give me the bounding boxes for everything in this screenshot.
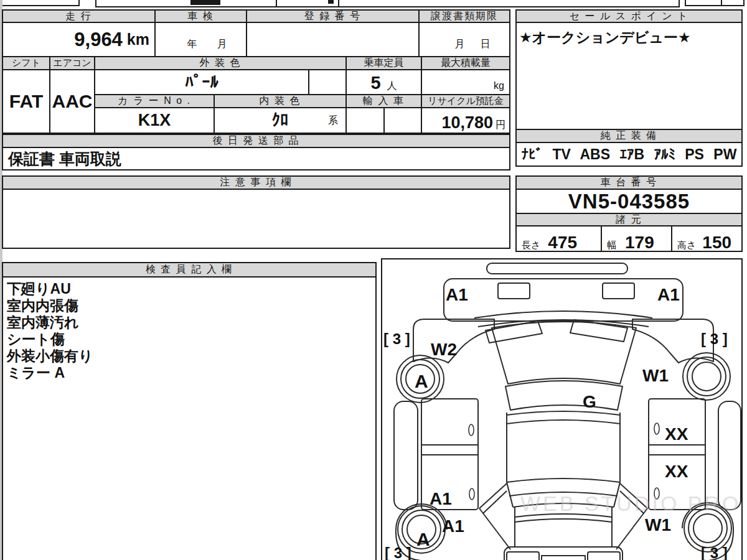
color-no-value: K1X xyxy=(94,107,215,134)
interior-color-suffix: 系 xyxy=(328,114,338,128)
cowl-line xyxy=(474,311,652,318)
transfer-deadline-header: 譲渡書類期限 xyxy=(418,9,510,23)
inspector-note-line: 外装小傷有り xyxy=(7,348,372,365)
spec-width-value: 179 xyxy=(625,233,654,253)
exterior-color-header: 外 装 色 xyxy=(94,56,347,70)
inspector-note-line: シート傷 xyxy=(7,331,372,348)
inspector-note-line: ミラー A xyxy=(7,365,372,381)
spec-length-label: 長さ xyxy=(522,240,540,251)
tire-grade-front-right: [ 3 ] xyxy=(701,330,728,347)
import-value-right xyxy=(383,107,422,134)
watermark: WEB STUDIO PRO xyxy=(520,492,741,515)
shift-value: FAT xyxy=(2,69,50,134)
tire-grade-front-left: [ 3 ] xyxy=(383,330,410,347)
inspection-value: 年 月 xyxy=(154,22,247,57)
genuine-equipment-header: 純 正 装 備 xyxy=(515,129,743,143)
inspector-note-line: 下廻りAU xyxy=(7,281,372,297)
damage-mark-a1-left-quarter: A1 xyxy=(442,516,464,536)
shift-header: シフト xyxy=(2,56,50,70)
license-plate-area xyxy=(542,556,585,560)
taillight-left xyxy=(507,552,539,560)
interior-color-header: 内 装 色 xyxy=(214,94,347,108)
import-header: 輸 入 車 xyxy=(345,94,422,108)
notes-box xyxy=(2,189,510,249)
tire-grade-rear-left: [ 3 ] xyxy=(385,544,411,560)
damage-mark-w1-right-quarter: W1 xyxy=(645,515,671,534)
sales-point-box: ★オークションデビュー★ xyxy=(515,22,743,130)
mileage-header: 走 行 xyxy=(2,9,156,23)
sales-point-value: ★オークションデビュー★ xyxy=(517,23,741,52)
trunk-curve xyxy=(515,519,612,522)
damage-mark-g-windshield: G xyxy=(583,392,596,411)
door-handle xyxy=(469,424,474,436)
taillight-right xyxy=(588,552,620,560)
capacity-value: 5 人 xyxy=(345,69,422,95)
damage-mark-xx-right-rear-door: XX xyxy=(665,462,688,481)
door-handle xyxy=(469,488,474,500)
max-load-header: 最大積載量 xyxy=(421,56,510,70)
inspector-notes-box: 下廻りAU 室内内張傷 室内薄汚れ シート傷 外装小傷有り ミラー A xyxy=(2,276,377,560)
registration-header: 登 録 番 号 xyxy=(246,9,420,23)
car-diagram-box: WEB STUDIO PRO A1 A1 [ 3 ] [ 3 ] W2 A W1… xyxy=(381,258,743,560)
aircon-value: AAC xyxy=(49,69,95,134)
inspector-notes-header: 検 査 員 記 入 欄 xyxy=(2,262,377,278)
inspection-header: 車 検 xyxy=(154,9,247,23)
spec-height-label: 高さ xyxy=(677,240,696,251)
tire-grade-rear-right: [ 3 ] xyxy=(701,544,728,560)
roof-curve xyxy=(507,411,620,415)
damage-mark-a-front-left-wheel: A xyxy=(415,371,428,391)
damage-mark-w2-left-fender: W2 xyxy=(431,340,457,359)
genuine-equipment-value: ﾅﾋﾞ TV ABS ｴｱB ｱﾙﾐ PS PW xyxy=(515,142,743,167)
roof-front-band xyxy=(505,381,622,410)
max-load-value: kg xyxy=(421,69,510,95)
left-sill-panel xyxy=(394,401,418,510)
registration-value xyxy=(246,22,420,57)
exterior-color-value: ﾊﾟｰﾙ xyxy=(94,69,309,95)
import-value-left xyxy=(345,107,385,134)
spec-width: 幅 179 xyxy=(601,225,672,252)
headlight-right xyxy=(603,283,634,299)
recycle-deposit-value: 10,780 円 xyxy=(421,107,510,134)
sales-point-header: セ ー ル ス ポ イ ン ト xyxy=(515,9,743,23)
spec-height-value: 150 xyxy=(702,233,731,253)
car-diagram: WEB STUDIO PRO A1 A1 [ 3 ] [ 3 ] W2 A W1… xyxy=(382,259,741,560)
headlight-left xyxy=(498,283,530,299)
rear-window-top xyxy=(507,478,620,482)
auction-sheet: 走 行 車 検 登 録 番 号 譲渡書類期限 9,964 km 年 月 月 日 … xyxy=(0,0,747,560)
capacity-header: 乗車定員 xyxy=(345,56,422,70)
exterior-color-sub-cell xyxy=(308,69,347,95)
later-parts-value: 保証書 車両取説 xyxy=(2,147,510,170)
damage-mark-xx-right-front-door: XX xyxy=(665,424,688,444)
front-bumper-strip xyxy=(487,263,627,274)
spec-height: 高さ 150 xyxy=(671,225,743,252)
chassis-number-value: VN5-043585 xyxy=(515,189,743,214)
inspector-note-line: 室内薄汚れ xyxy=(7,314,372,331)
damage-mark-a1-front-left: A1 xyxy=(446,285,468,304)
door-handle xyxy=(654,423,659,434)
cutoff-text-remnant xyxy=(190,0,220,5)
interior-color-value: ｸﾛ 系 xyxy=(214,107,347,134)
transfer-deadline-value: 月 日 xyxy=(418,22,510,57)
specs-header: 諸 元 xyxy=(515,213,743,226)
spec-length: 長さ 475 xyxy=(515,225,602,252)
aircon-header: エアコン xyxy=(49,56,95,70)
damage-mark-w1-right-fender: W1 xyxy=(642,366,669,385)
color-no-header: カ ラ ー N o . xyxy=(94,94,215,108)
spec-length-value: 475 xyxy=(548,233,577,253)
inspector-note-line: 室内内張傷 xyxy=(7,297,372,314)
front-end-panel xyxy=(444,279,683,321)
damage-mark-a1-front-right: A1 xyxy=(657,285,680,304)
damage-mark-a1-left-rear-door: A1 xyxy=(430,489,452,508)
damage-mark-a-rear-left-wheel: A xyxy=(416,529,430,549)
chassis-number-header: 車 台 番 号 xyxy=(515,175,743,190)
recycle-deposit-header: リサイクル預託金 xyxy=(421,94,510,108)
rear-bumper xyxy=(504,547,622,560)
later-parts-header: 後 日 発 送 部 品 xyxy=(2,134,510,148)
roof-curve xyxy=(507,420,620,424)
spec-width-label: 幅 xyxy=(607,240,616,251)
mileage-value: 9,964 km xyxy=(2,22,156,57)
notes-header: 注 意 事 項 欄 xyxy=(2,175,510,190)
windshield xyxy=(492,322,636,384)
